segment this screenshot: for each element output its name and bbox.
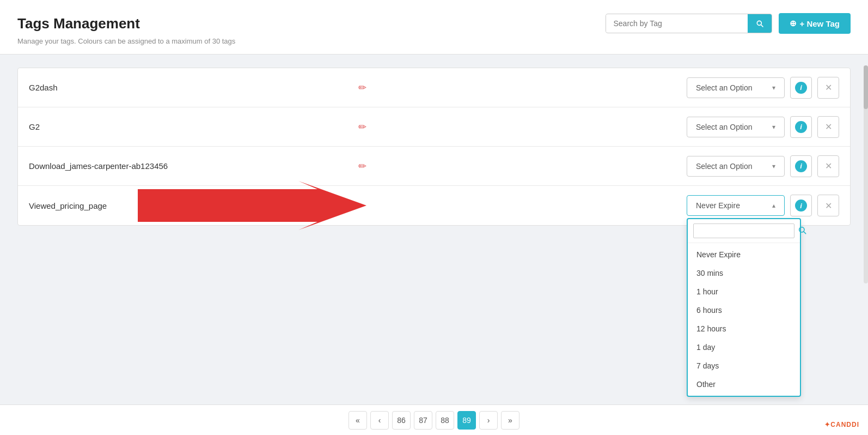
- dropdown-items-list: Never Expire 30 mins 1 hour 6 hours 12 h…: [688, 243, 800, 396]
- info-button-3[interactable]: i: [790, 155, 812, 177]
- close-icon-4: ✕: [825, 201, 832, 211]
- dropdown-search-input[interactable]: [693, 223, 794, 238]
- pagination-page-89[interactable]: 89: [457, 411, 476, 430]
- select-option-button-4[interactable]: Never Expire ▴: [687, 195, 785, 216]
- info-button-2[interactable]: i: [790, 116, 812, 138]
- info-icon-4: i: [795, 200, 807, 212]
- pagination-page-88[interactable]: 88: [436, 411, 454, 430]
- tag-table: G2dash ✏ Select an Option ▾ i ✕ G2 ✏: [17, 68, 851, 226]
- dropdown-container-4: Never Expire ▴: [687, 195, 785, 216]
- dropdown-search-icon: [798, 226, 806, 237]
- pagination-page-87[interactable]: 87: [414, 411, 432, 430]
- info-icon-2: i: [795, 121, 807, 133]
- pagination-last-button[interactable]: »: [501, 411, 519, 430]
- dropdown-container-2: Select an Option ▾: [687, 117, 785, 137]
- dropdown-item-6-hours[interactable]: 6 hours: [688, 301, 800, 319]
- select-option-button-2[interactable]: Select an Option ▾: [687, 117, 785, 137]
- pagination-page-86[interactable]: 86: [392, 411, 411, 430]
- dropdown-item-12-hours[interactable]: 12 hours: [688, 319, 800, 338]
- pagination-prev-button[interactable]: ‹: [370, 411, 389, 430]
- search-box: [606, 14, 772, 33]
- dropdown-menu-4: Never Expire 30 mins 1 hour 6 hours 12 h…: [687, 218, 801, 397]
- delete-button-4[interactable]: ✕: [817, 195, 839, 216]
- new-tag-button[interactable]: ⊕ + New Tag: [779, 13, 851, 34]
- edit-icon[interactable]: ✏: [358, 160, 366, 172]
- chevron-down-icon-1: ▾: [772, 84, 775, 92]
- select-option-label-2: Select an Option: [696, 123, 753, 131]
- delete-button-2[interactable]: ✕: [817, 116, 839, 138]
- dropdown-container-1: Select an Option ▾: [687, 77, 785, 98]
- chevron-down-icon-2: ▾: [772, 123, 775, 131]
- close-icon-3: ✕: [825, 161, 832, 171]
- dropdown-item-7-days[interactable]: 7 days: [688, 357, 800, 375]
- select-option-button-3[interactable]: Select an Option ▾: [687, 156, 785, 177]
- edit-icon[interactable]: ✏: [358, 121, 366, 133]
- dropdown-item-never-expire[interactable]: Never Expire: [688, 245, 800, 264]
- search-button[interactable]: [748, 14, 772, 33]
- search-icon: [755, 19, 764, 28]
- table-row: Download_james-carpenter-ab123456 ✏ Sele…: [18, 147, 850, 186]
- select-option-label-4: Never Expire: [696, 201, 740, 210]
- tag-name: G2dash: [29, 83, 350, 92]
- close-icon-2: ✕: [825, 122, 832, 132]
- chevron-up-icon-4: ▴: [772, 202, 775, 209]
- info-icon-1: i: [795, 82, 807, 94]
- header-actions: ⊕ + New Tag: [606, 13, 851, 34]
- info-icon-3: i: [795, 160, 807, 172]
- new-tag-plus-icon: ⊕: [790, 19, 797, 28]
- edit-icon[interactable]: ✏: [358, 82, 366, 94]
- chevron-down-icon-3: ▾: [772, 162, 775, 170]
- dropdown-search-area: [688, 219, 800, 243]
- pagination-first-button[interactable]: «: [349, 411, 367, 430]
- delete-button-3[interactable]: ✕: [817, 155, 839, 177]
- dropdown-item-1-day[interactable]: 1 day: [688, 338, 800, 357]
- dropdown-item-30-mins[interactable]: 30 mins: [688, 264, 800, 282]
- new-tag-label: + New Tag: [800, 19, 840, 28]
- tag-name: Viewed_pricing_page: [29, 201, 358, 210]
- delete-button-1[interactable]: ✕: [817, 77, 839, 99]
- select-option-label-1: Select an Option: [696, 83, 753, 92]
- info-button-1[interactable]: i: [790, 77, 812, 99]
- svg-line-2: [804, 232, 806, 234]
- header-top: Tags Management ⊕ + New Tag: [17, 13, 851, 34]
- table-row: Viewed_pricing_page Never Expire ▴: [18, 186, 850, 225]
- pagination-next-button[interactable]: ›: [479, 411, 498, 430]
- select-option-label-3: Select an Option: [696, 162, 753, 171]
- page-subtitle: Manage your tags. Colours can be assigne…: [17, 37, 851, 45]
- scrollbar[interactable]: [864, 65, 868, 283]
- scrollbar-thumb[interactable]: [864, 65, 868, 109]
- dropdown-container-3: Select an Option ▾: [687, 156, 785, 177]
- page-title: Tags Management: [17, 15, 140, 32]
- table-row: G2dash ✏ Select an Option ▾ i ✕: [18, 68, 850, 107]
- tag-name: Download_james-carpenter-ab123456: [29, 161, 350, 171]
- page-header: Tags Management ⊕ + New Tag Manage your …: [0, 0, 868, 55]
- candi-logo: ✦CANDDI: [824, 420, 859, 428]
- close-icon-1: ✕: [825, 82, 832, 93]
- pagination-bar: « ‹ 86 87 88 89 › »: [0, 404, 868, 435]
- main-content: G2dash ✏ Select an Option ▾ i ✕ G2 ✏: [0, 55, 868, 239]
- info-button-4[interactable]: i: [790, 195, 812, 216]
- dropdown-item-other[interactable]: Other: [688, 375, 800, 394]
- select-option-button-1[interactable]: Select an Option ▾: [687, 77, 785, 98]
- table-row: G2 ✏ Select an Option ▾ i ✕: [18, 107, 850, 147]
- dropdown-item-1-hour[interactable]: 1 hour: [688, 282, 800, 301]
- tag-name: G2: [29, 122, 350, 131]
- search-input[interactable]: [606, 15, 748, 32]
